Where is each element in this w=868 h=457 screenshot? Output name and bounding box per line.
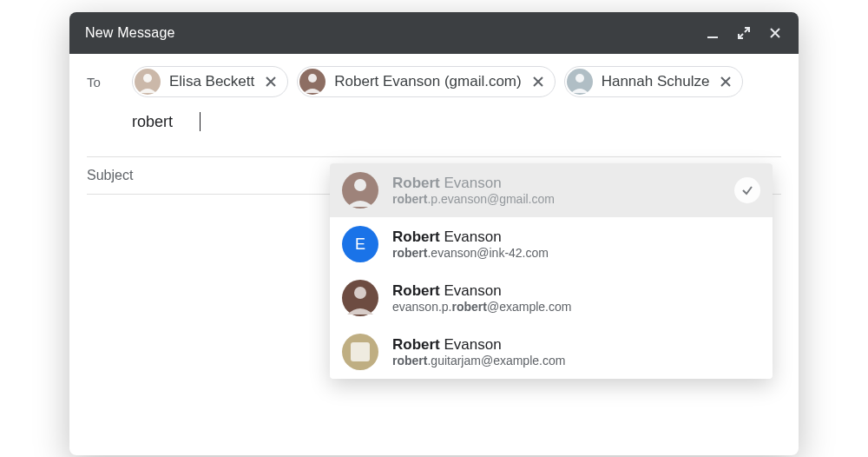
to-field: To Elisa Beckett Robert Evanson (gmail [87,66,781,137]
recipient-search-wrap [132,106,201,137]
recipient-name: Robert Evanson (gmail.com) [334,73,521,90]
autocomplete-text: Robert Evanson robert.p.evanson@gmail.co… [392,174,720,208]
contact-email: robert.guitarjam@example.com [392,354,760,369]
svg-rect-0 [707,36,718,38]
autocomplete-item[interactable]: Robert Evanson evanson.p.robert@example.… [330,271,773,325]
autocomplete-item[interactable]: Robert Evanson robert.guitarjam@example.… [330,325,773,379]
svg-rect-6 [351,342,370,361]
titlebar: New Message [69,12,799,54]
autocomplete-text: Robert Evanson robert.guitarjam@example.… [392,335,760,369]
minimize-icon[interactable] [705,25,720,41]
avatar [342,172,378,209]
recipient-name: Elisa Beckett [169,73,254,90]
svg-point-2 [308,74,317,83]
text-caret [200,112,201,131]
contact-name: Robert Evanson [392,174,720,192]
avatar: E [342,226,378,262]
avatar [135,69,161,95]
remove-recipient-icon[interactable] [530,74,546,89]
avatar-letter: E [355,235,365,254]
autocomplete-text: Robert Evanson evanson.p.robert@example.… [392,281,760,315]
svg-point-5 [354,287,366,299]
avatar [342,280,378,316]
avatar [567,69,593,95]
contact-email: robert.p.evanson@gmail.com [392,192,720,208]
close-icon[interactable] [767,25,783,41]
contact-email: robert.evanson@ink-42.com [392,246,760,262]
contact-email: evanson.p.robert@example.com [392,300,760,315]
remove-recipient-icon[interactable] [718,74,733,89]
autocomplete-item[interactable]: Robert Evanson robert.p.evanson@gmail.co… [330,163,773,217]
window-title: New Message [85,25,705,41]
svg-point-4 [354,179,366,191]
expand-icon[interactable] [736,25,752,41]
already-added-icon [734,177,760,203]
contact-name: Robert Evanson [392,228,760,246]
recipient-name: Hannah Schulze [602,73,710,90]
autocomplete-text: Robert Evanson robert.evanson@ink-42.com [392,228,760,262]
recipient-chips[interactable]: Elisa Beckett Robert Evanson (gmail.com) [132,66,781,137]
autocomplete-dropdown: Robert Evanson robert.p.evanson@gmail.co… [330,163,773,379]
to-label: To [87,66,122,89]
svg-point-1 [143,74,152,83]
recipient-search-input[interactable] [132,113,201,131]
recipient-chip[interactable]: Hannah Schulze [564,66,744,97]
recipient-chip[interactable]: Robert Evanson (gmail.com) [297,66,555,97]
avatar [342,334,378,370]
autocomplete-item[interactable]: E Robert Evanson robert.evanson@ink-42.c… [330,217,773,271]
recipient-chip[interactable]: Elisa Beckett [132,66,288,97]
svg-point-3 [575,74,584,83]
avatar [299,69,326,95]
subject-input[interactable] [87,168,260,183]
contact-name: Robert Evanson [392,335,760,354]
remove-recipient-icon[interactable] [263,74,279,89]
contact-name: Robert Evanson [392,281,760,300]
titlebar-actions [705,25,783,41]
